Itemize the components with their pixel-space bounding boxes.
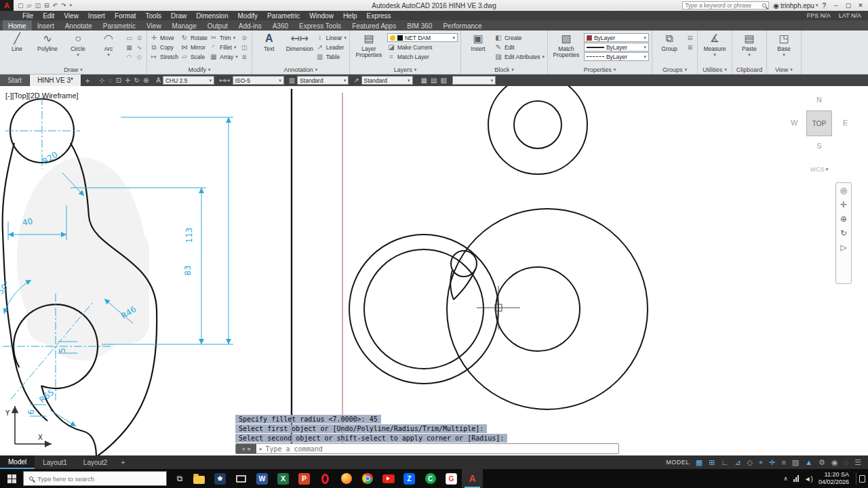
lasso-icon[interactable]: ◌ (108, 77, 113, 84)
isolate-objects-icon[interactable]: ◌ (844, 459, 849, 466)
rotate-button[interactable]: ↻Rotate (180, 33, 208, 42)
lineweight-display-icon[interactable]: ≡ (781, 459, 785, 466)
tab-insert[interactable]: Insert (32, 20, 60, 30)
menu-file[interactable]: File (18, 12, 38, 20)
drawing-canvas[interactable]: R20 40 113 83 50° R46 5 R65 6 Y X [-][To… (0, 86, 868, 455)
text-button[interactable]: A Text (255, 32, 283, 52)
dim-style-icon[interactable]: ↤↦ (219, 77, 231, 84)
photos-app-icon[interactable]: ❀ (210, 469, 231, 488)
layout1-tab[interactable]: Layout1 (35, 455, 75, 469)
navigation-wheel-icon[interactable]: ◎ (840, 186, 847, 195)
create-block-button[interactable]: ◧Create (494, 33, 545, 42)
fillet-button[interactable]: ◜Fillet▾ (210, 43, 238, 52)
linear-button[interactable]: ↕Linear▾ (316, 33, 347, 42)
powerpoint-icon[interactable]: P (294, 469, 315, 488)
menu-express[interactable]: Express (361, 12, 395, 20)
viewcube[interactable]: N W TOP E S WCS ▾ (789, 93, 849, 173)
start-tab[interactable]: Start (0, 75, 30, 86)
menu-draw[interactable]: Draw (166, 12, 191, 20)
make-current-button[interactable]: ◪Make Current (387, 43, 458, 52)
pan-icon[interactable]: ✛ (840, 201, 847, 209)
view-dropdown[interactable]: ▾ (452, 76, 496, 85)
browser-icon[interactable]: C (420, 469, 441, 488)
zoom-icon[interactable]: ⊕ (840, 215, 847, 223)
modify-panel-title[interactable]: Modify ▾ (147, 65, 252, 74)
ortho-icon[interactable]: ∟ (721, 459, 728, 466)
autocad-app-icon[interactable]: A (0, 0, 14, 11)
linetype-dropdown[interactable]: ByLayer ▾ (584, 52, 649, 61)
restore-button[interactable]: ▢ (842, 2, 854, 9)
scale-button[interactable]: ▱Scale (180, 52, 208, 61)
file-explorer-icon[interactable] (189, 469, 210, 488)
osnap-icon[interactable]: ⌖ (759, 459, 763, 466)
tab-performance[interactable]: Performance (437, 20, 487, 30)
close-command-icon[interactable]: ✕ (242, 446, 245, 452)
new-button[interactable]: ▢ (18, 2, 24, 9)
annotation-panel-title[interactable]: Annotation ▾ (252, 65, 349, 74)
pointer-icon[interactable]: ⊹ (99, 77, 104, 84)
insert-block-button[interactable]: ▣ Insert (464, 32, 492, 52)
array-button[interactable]: ▦Array▾ (210, 52, 238, 61)
stretch-button[interactable]: ↦Stretch (150, 52, 178, 61)
model-tab[interactable]: Model (0, 455, 35, 469)
edit-attributes-button[interactable]: ▨Edit Attributes▾ (494, 52, 545, 61)
menu-window[interactable]: Window (304, 12, 338, 20)
window-select-icon[interactable]: ⊡ (116, 77, 121, 84)
group-edit-icon[interactable]: ⊞ (686, 43, 694, 52)
taskbar-clock[interactable]: 11:20 SA 04/02/2026 (818, 471, 849, 487)
table-style-dropdown[interactable]: Standard ▾ (297, 76, 349, 85)
tab-home[interactable]: Home (3, 20, 32, 30)
view-panel-title[interactable]: View ▾ (767, 65, 801, 74)
move-tool-icon[interactable]: ✛ (125, 77, 130, 84)
viewcube-east[interactable]: E (843, 119, 848, 127)
tab-manage[interactable]: Manage (167, 20, 202, 30)
named-views-icon[interactable]: ▤ (431, 77, 437, 84)
properties-panel-title[interactable]: Properties ▾ (548, 65, 652, 74)
customize-status-icon[interactable]: ☰ (854, 459, 861, 466)
group-button[interactable]: ⧉ Group (655, 32, 684, 52)
help-button[interactable]: ? (822, 2, 826, 9)
drawing-tab[interactable]: HINH VE 3* (30, 75, 81, 86)
arc-mini-icon[interactable]: ◠ (125, 52, 134, 61)
menu-parametric[interactable]: Parametric (262, 12, 304, 20)
layer-properties-button[interactable]: ▤ Layer Properties (353, 32, 385, 58)
offset-icon[interactable]: ≣ (240, 52, 249, 61)
mleader-style-icon[interactable]: ↗ (353, 77, 359, 84)
mleader-style-dropdown[interactable]: Standard ▾ (361, 76, 413, 85)
space-indicator[interactable]: MODEL (666, 459, 690, 466)
rectangle-icon[interactable]: ▭ (125, 33, 134, 42)
tab-parametric[interactable]: Parametric (98, 20, 141, 30)
layers-panel-title[interactable]: Layers ▾ (350, 65, 460, 74)
redo-button[interactable]: ↷ (61, 2, 66, 9)
tab-view[interactable]: View (141, 20, 167, 30)
viewport-control[interactable]: [-][Top][2D Wireframe] (5, 92, 79, 100)
construction-lines[interactable] (292, 89, 342, 448)
wcs-menu[interactable]: WCS ▾ (810, 166, 829, 173)
viewcube-top-face[interactable]: TOP (806, 110, 832, 136)
new-drawing-tab-button[interactable]: + (81, 77, 94, 85)
menu-edit[interactable]: Edit (38, 12, 59, 20)
line-button[interactable]: ╱ Line (3, 32, 31, 52)
minimize-button[interactable]: – (830, 2, 842, 9)
ellipse-icon[interactable]: ⊙ (135, 33, 144, 42)
help-search-input[interactable] (685, 2, 760, 9)
text-style-icon[interactable]: A (156, 77, 161, 84)
viewcube-north[interactable]: N (816, 96, 822, 104)
utilities-panel-title[interactable]: Utilities ▾ (698, 65, 732, 74)
taskbar-search-box[interactable] (23, 471, 167, 486)
save-button[interactable]: ◫ (35, 2, 41, 9)
isodraft-icon[interactable]: ◇ (747, 459, 752, 466)
arc-button[interactable]: ◠ Arc ▾ (94, 32, 123, 57)
erase-icon[interactable]: ⊘ (240, 33, 249, 42)
move-button[interactable]: ✛Move (150, 33, 178, 42)
circle-button[interactable]: ○ Circle ▾ (64, 32, 92, 57)
chevron-down-icon[interactable]: ▾ (70, 3, 73, 8)
tab-a360[interactable]: A360 (267, 20, 294, 30)
polar-tracking-icon[interactable]: ⊿ (734, 459, 741, 466)
dimension-button[interactable]: ↤↦ Dimension (285, 32, 314, 52)
polygon-icon[interactable]: ◇ (135, 52, 144, 61)
task-view-button[interactable]: ⧉ (171, 474, 189, 483)
undo-button[interactable]: ↶ (53, 2, 58, 9)
grid-icon[interactable]: ▦ (696, 459, 703, 466)
help-search-box[interactable] (682, 1, 769, 9)
